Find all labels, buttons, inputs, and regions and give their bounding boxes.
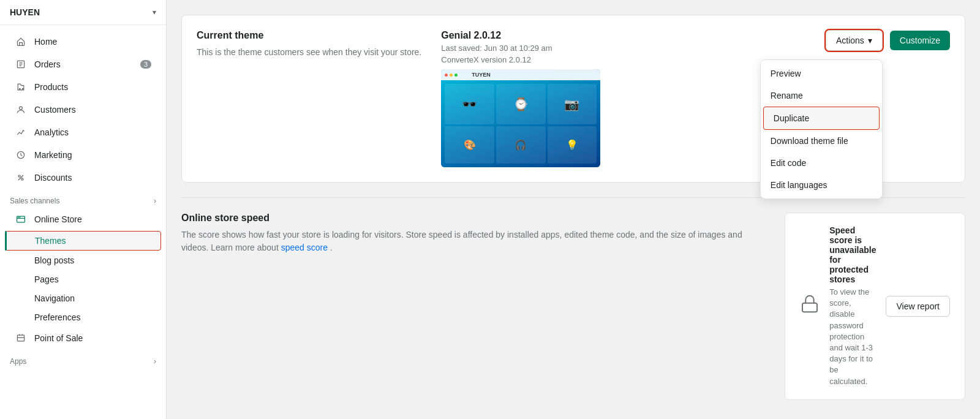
mockup-product-1: 🕶️ bbox=[445, 84, 494, 124]
sidebar-item-home-label: Home bbox=[34, 37, 57, 47]
dropdown-edit-languages-label: Edit languages bbox=[771, 180, 827, 190]
dropdown-item-duplicate[interactable]: Duplicate bbox=[763, 107, 880, 130]
customize-button[interactable]: Customize bbox=[890, 31, 950, 50]
theme-last-saved: Last saved: Jun 30 at 10:29 am bbox=[441, 43, 552, 53]
dropdown-edit-code-label: Edit code bbox=[771, 158, 806, 168]
mockup-product-4: 🎨 bbox=[445, 126, 494, 164]
lock-icon bbox=[800, 294, 820, 318]
mockup-top-bar: TUYEN bbox=[441, 69, 600, 80]
sidebar-item-point-of-sale-label: Point of Sale bbox=[34, 333, 83, 343]
actions-dropdown: Preview Rename Duplicate Download theme … bbox=[760, 59, 883, 199]
sidebar-item-marketing[interactable]: Marketing bbox=[5, 144, 161, 166]
speed-card: Speed score is unavailable for protected… bbox=[785, 213, 965, 400]
sales-channels-section: Sales channels › bbox=[0, 189, 166, 208]
sidebar-item-customers-label: Customers bbox=[34, 105, 76, 115]
sidebar: HUYEN ▾ Home Orders 3 Products bbox=[0, 0, 167, 419]
dropdown-item-download[interactable]: Download theme file bbox=[761, 130, 882, 152]
sidebar-item-online-store-label: Online Store bbox=[34, 214, 82, 224]
theme-meta: Genial 2.0.12 Last saved: Jun 30 at 10:2… bbox=[441, 30, 552, 64]
store-name: HUYEN bbox=[10, 7, 40, 17]
products-icon bbox=[15, 81, 27, 93]
sidebar-item-themes[interactable]: Themes bbox=[5, 231, 161, 251]
online-store-icon bbox=[15, 213, 27, 225]
sidebar-item-preferences[interactable]: Preferences bbox=[5, 308, 161, 327]
orders-badge: 3 bbox=[140, 60, 151, 69]
themes-sub-item-wrapper: Themes bbox=[5, 231, 161, 251]
svg-point-9 bbox=[20, 217, 21, 218]
dropdown-download-label: Download theme file bbox=[771, 136, 848, 146]
actions-label: Actions bbox=[836, 36, 864, 45]
sidebar-item-home[interactable]: Home bbox=[5, 31, 161, 53]
dropdown-item-rename[interactable]: Rename bbox=[761, 85, 882, 107]
sidebar-item-discounts[interactable]: Discounts bbox=[5, 167, 161, 189]
sidebar-item-orders-label: Orders bbox=[34, 59, 61, 69]
mockup-product-6: 💡 bbox=[548, 126, 597, 164]
sidebar-item-blog-posts[interactable]: Blog posts bbox=[5, 251, 161, 270]
speed-title: Online store speed bbox=[181, 213, 765, 224]
sidebar-item-navigation[interactable]: Navigation bbox=[5, 289, 161, 308]
point-of-sale-icon bbox=[15, 332, 27, 344]
apps-chevron-icon: › bbox=[154, 357, 156, 366]
actions-button-area: Actions ▾ Preview Rename bbox=[826, 30, 883, 51]
sidebar-item-customers[interactable]: Customers bbox=[5, 99, 161, 121]
theme-info-left: Current theme This is the theme customer… bbox=[197, 30, 421, 59]
speed-card-desc: To view the score, disable password prot… bbox=[829, 287, 876, 387]
theme-version: ConverteX version 2.0.12 bbox=[441, 55, 552, 64]
mockup-dot-red bbox=[445, 74, 448, 77]
sidebar-item-orders[interactable]: Orders 3 bbox=[5, 53, 161, 75]
svg-point-3 bbox=[20, 107, 23, 110]
sidebar-item-pages[interactable]: Pages bbox=[5, 270, 161, 289]
orders-icon bbox=[15, 58, 27, 70]
speed-desc: The score shows how fast your store is l… bbox=[181, 228, 765, 254]
marketing-icon bbox=[15, 149, 27, 161]
speed-card-title: Speed score is unavailable for protected… bbox=[829, 225, 876, 284]
svg-point-5 bbox=[18, 175, 20, 177]
sidebar-item-products[interactable]: Products bbox=[5, 76, 161, 98]
speed-score-link[interactable]: speed score bbox=[281, 243, 328, 252]
current-theme-title: Current theme bbox=[197, 30, 421, 41]
customize-label: Customize bbox=[900, 36, 940, 45]
sidebar-item-blog-posts-label: Blog posts bbox=[34, 255, 74, 265]
sidebar-item-online-store[interactable]: Online Store bbox=[5, 208, 161, 230]
sidebar-item-analytics[interactable]: Analytics bbox=[5, 121, 161, 143]
theme-mockup: TUYEN 🕶️ ⌚ 📷 bbox=[441, 69, 600, 167]
sales-channels-chevron-icon: › bbox=[154, 197, 156, 205]
speed-desc-text: The score shows how fast your store is l… bbox=[181, 230, 742, 252]
analytics-icon bbox=[15, 126, 27, 138]
sales-channels-label: Sales channels bbox=[10, 197, 59, 205]
current-theme-card: Current theme This is the theme customer… bbox=[181, 15, 965, 183]
svg-rect-11 bbox=[802, 303, 817, 312]
theme-details: Genial 2.0.12 Last saved: Jun 30 at 10:2… bbox=[441, 30, 950, 167]
speed-card-text: Speed score is unavailable for protected… bbox=[829, 225, 876, 387]
sidebar-item-discounts-label: Discounts bbox=[34, 173, 72, 183]
sidebar-item-pages-label: Pages bbox=[34, 274, 59, 284]
speed-section: Online store speed The score shows how f… bbox=[181, 213, 965, 400]
theme-preview-image: TUYEN 🕶️ ⌚ 📷 bbox=[441, 69, 600, 167]
svg-point-1 bbox=[20, 88, 21, 89]
chevron-down-icon: ▾ bbox=[153, 8, 156, 17]
main-content: Current theme This is the theme customer… bbox=[167, 0, 980, 419]
dropdown-item-preview[interactable]: Preview bbox=[761, 62, 882, 85]
sidebar-nav: Home Orders 3 Products Customers bbox=[0, 25, 166, 373]
sidebar-item-products-label: Products bbox=[34, 82, 68, 92]
view-report-button[interactable]: View report bbox=[886, 296, 950, 317]
customers-icon bbox=[15, 104, 27, 116]
dropdown-item-edit-languages[interactable]: Edit languages bbox=[761, 174, 882, 196]
dropdown-preview-label: Preview bbox=[771, 69, 801, 78]
dropdown-item-edit-code[interactable]: Edit code bbox=[761, 152, 882, 174]
store-selector[interactable]: HUYEN ▾ bbox=[0, 0, 166, 25]
sidebar-item-analytics-label: Analytics bbox=[34, 127, 69, 137]
dropdown-rename-label: Rename bbox=[771, 91, 803, 100]
actions-chevron-icon: ▾ bbox=[868, 36, 872, 45]
actions-button[interactable]: Actions ▾ bbox=[826, 30, 883, 51]
speed-info: Online store speed The score shows how f… bbox=[181, 213, 765, 254]
mockup-product-2: ⌚ bbox=[496, 84, 546, 124]
sidebar-item-point-of-sale[interactable]: Point of Sale bbox=[5, 327, 161, 349]
discounts-icon bbox=[15, 172, 27, 184]
sidebar-item-themes-label: Themes bbox=[35, 236, 66, 246]
speed-desc-period: . bbox=[330, 243, 333, 252]
mockup-body: 🕶️ ⌚ 📷 🎨 🎧 bbox=[441, 80, 600, 167]
current-theme-desc: This is the theme customers see when the… bbox=[197, 46, 421, 59]
dropdown-duplicate-label: Duplicate bbox=[774, 113, 809, 123]
mockup-product-5: 🎧 bbox=[496, 126, 546, 164]
